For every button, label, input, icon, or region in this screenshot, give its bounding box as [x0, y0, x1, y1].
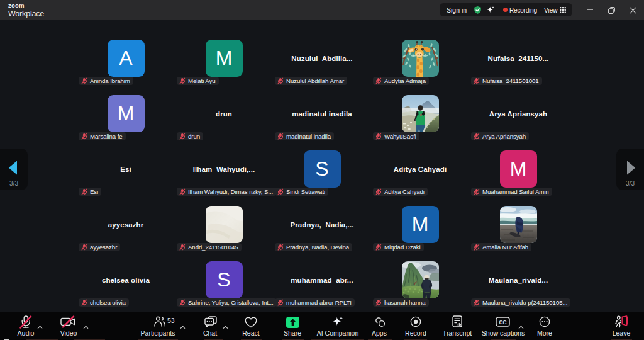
svg-text:CC: CC	[499, 320, 507, 326]
